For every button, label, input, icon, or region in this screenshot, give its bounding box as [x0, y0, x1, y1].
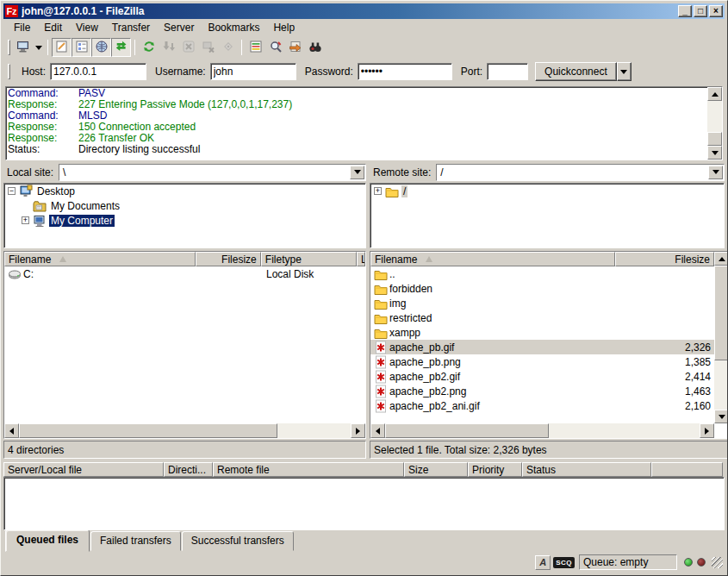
file-row[interactable]: apache_pb2_ani.gif2,160	[370, 398, 714, 413]
local-tree-toggle-button[interactable]	[72, 38, 91, 57]
column-header-server-local-file[interactable]: Server/Local file	[3, 462, 164, 477]
resize-grip[interactable]	[712, 557, 723, 568]
menu-item-file[interactable]: File	[7, 20, 37, 35]
site-manager-button[interactable]	[13, 38, 33, 57]
column-header-label: Filetype	[265, 254, 302, 266]
file-row[interactable]: apache_pb2.png1,463	[370, 384, 714, 398]
remote-hscrollbar[interactable]	[370, 423, 714, 438]
column-header-size[interactable]: Size	[404, 462, 468, 477]
tree-item--[interactable]: +/	[370, 184, 724, 198]
column-header-filetype[interactable]: Filetype	[261, 252, 357, 266]
column-header-filesize[interactable]: Filesize	[196, 252, 260, 266]
menu-item-bookmarks[interactable]: Bookmarks	[201, 20, 266, 35]
column-header-directi-[interactable]: Directi...	[164, 462, 213, 477]
menu-item-view[interactable]: View	[69, 20, 105, 35]
synchronized-browsing-button[interactable]	[285, 38, 305, 57]
menu-item-help[interactable]: Help	[266, 20, 302, 35]
column-header-filesize[interactable]: Filesize	[615, 252, 714, 266]
scrollbar-thumb[interactable]	[714, 266, 728, 360]
folder-row[interactable]: img	[370, 296, 714, 310]
scrollbar-track[interactable]	[707, 101, 722, 132]
tab-queued-files[interactable]: Queued files	[5, 529, 90, 552]
expand-plus-icon[interactable]: +	[374, 187, 382, 195]
scrollbar-thumb[interactable]	[707, 132, 722, 146]
file-row[interactable]: C:Local Disk	[4, 266, 365, 281]
expand-plus-icon[interactable]: +	[22, 216, 29, 224]
maximize-button[interactable]: □	[694, 5, 707, 17]
directory-comparison-button[interactable]	[246, 38, 265, 57]
collapse-minus-icon[interactable]: −	[8, 187, 16, 195]
column-header-remote-file[interactable]: Remote file	[213, 462, 404, 477]
log-scrollbar[interactable]	[707, 87, 722, 160]
tree-item-my-computer[interactable]: +My Computer	[4, 213, 365, 228]
local-site-combobox[interactable]: \	[59, 164, 366, 181]
close-button[interactable]: ×	[709, 5, 723, 17]
refresh-button[interactable]	[139, 38, 159, 57]
remote-vscrollbar[interactable]	[714, 252, 728, 423]
column-header-filename[interactable]: Filename	[370, 252, 615, 266]
scroll-up-button[interactable]	[707, 87, 722, 101]
tab-failed-transfers[interactable]: Failed transfers	[90, 531, 181, 551]
cancel-icon	[182, 40, 196, 56]
scroll-up-button[interactable]	[714, 252, 728, 266]
scroll-right-button[interactable]	[351, 423, 365, 438]
folder-row[interactable]: restricted	[370, 310, 714, 325]
find-files-button[interactable]	[305, 38, 325, 57]
folder-row[interactable]: forbidden	[370, 281, 714, 296]
scroll-left-button[interactable]	[4, 423, 19, 438]
filter-search-button[interactable]	[265, 38, 285, 57]
menu-item-transfer[interactable]: Transfer	[105, 20, 157, 35]
menu-item-edit[interactable]: Edit	[37, 20, 69, 35]
username-input[interactable]	[210, 63, 296, 80]
scrollbar-track[interactable]	[549, 423, 700, 438]
column-header-label: Size	[408, 464, 428, 476]
scrollbar-thumb[interactable]	[385, 423, 549, 438]
column-header-l[interactable]: L	[357, 252, 365, 266]
username-label: Username:	[155, 66, 206, 78]
message-log-toggle-button[interactable]	[52, 38, 72, 57]
scrollbar-track[interactable]	[714, 360, 728, 410]
scroll-left-button[interactable]	[370, 423, 385, 438]
remote-site-combobox[interactable]: /	[436, 164, 725, 181]
toolbar-grip[interactable]	[8, 40, 10, 55]
tree-item-my-documents[interactable]: My Documents	[4, 198, 365, 213]
tree-item-desktop[interactable]: −Desktop	[4, 184, 365, 198]
file-row[interactable]: apache_pb2.gif2,414	[370, 369, 714, 384]
title-bar[interactable]: Fz john@127.0.0.1 - FileZilla _ □ ×	[3, 3, 725, 19]
file-row[interactable]: apache_pb.gif2,326	[370, 340, 714, 354]
host-input[interactable]	[50, 63, 146, 80]
column-header-blank[interactable]	[651, 462, 723, 477]
scrollbar-track[interactable]	[277, 423, 351, 438]
column-header-priority[interactable]: Priority	[468, 462, 522, 477]
menu-item-server[interactable]: Server	[157, 20, 201, 35]
transfer-queue-toggle-button[interactable]	[111, 38, 131, 57]
scroll-down-button[interactable]	[707, 146, 722, 160]
tab-successful-transfers[interactable]: Successful transfers	[182, 531, 294, 551]
speed-limit-badge-icon[interactable]: SCQ	[553, 557, 575, 568]
quickconnect-button[interactable]: Quickconnect	[535, 62, 617, 81]
file-name: restricted	[389, 312, 432, 324]
minimize-button[interactable]: _	[678, 5, 692, 17]
port-input[interactable]	[487, 63, 528, 80]
scroll-down-button[interactable]	[714, 410, 728, 423]
site-manager-dropdown-button[interactable]	[33, 38, 44, 57]
file-size: 1,463	[615, 384, 714, 398]
local-hscrollbar[interactable]	[4, 423, 365, 438]
folder-icon	[374, 311, 388, 325]
folder-row[interactable]: ..	[370, 266, 714, 281]
image-file-icon	[374, 370, 388, 384]
scrollbar-thumb[interactable]	[19, 423, 277, 438]
column-header-status[interactable]: Status	[522, 462, 651, 477]
refresh-icon	[142, 40, 156, 56]
local-site-dropdown-button[interactable]	[350, 166, 364, 179]
quickconnect-dropdown-button[interactable]	[617, 62, 632, 81]
password-input[interactable]	[358, 63, 452, 80]
file-row[interactable]: apache_pb.png1,385	[370, 354, 714, 369]
remote-tree-toggle-button[interactable]	[91, 38, 111, 57]
quickbar-grip[interactable]	[8, 64, 10, 79]
folder-row[interactable]: xampp	[370, 325, 714, 340]
scroll-right-button[interactable]	[700, 423, 714, 438]
transfer-type-ascii-icon[interactable]: A	[535, 555, 551, 570]
column-header-filename[interactable]: Filename	[4, 252, 196, 266]
remote-site-dropdown-button[interactable]	[708, 166, 723, 179]
